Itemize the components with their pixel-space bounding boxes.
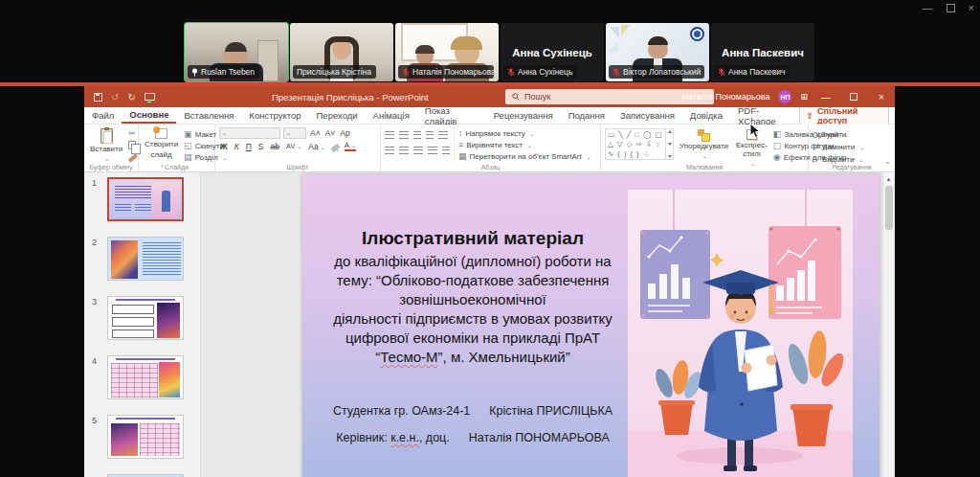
- copy-icon[interactable]: [128, 141, 136, 149]
- text-direction-icon: ↕: [458, 129, 463, 138]
- account-name[interactable]: Наталія Пономарьова: [681, 92, 769, 102]
- replace-button[interactable]: ⇄Замінити: [813, 142, 864, 152]
- numbering-icon[interactable]: [399, 131, 409, 139]
- thumbnail-row: 3: [84, 296, 200, 340]
- shape-effects-icon: ◉: [773, 153, 781, 162]
- scrollbar-up-icon[interactable]: ▲: [883, 172, 894, 185]
- tab-recording[interactable]: Записування: [612, 107, 682, 124]
- arrange-button[interactable]: Упорядкувати: [678, 127, 730, 160]
- scroll-down-icon[interactable]: [668, 143, 672, 146]
- ppt-restore-button[interactable]: [844, 92, 863, 102]
- zoom-maximize-button[interactable]: [947, 4, 955, 12]
- tab-slideshow[interactable]: Показ слайдів: [417, 107, 486, 124]
- new-slide-button[interactable]: Створити слайд: [143, 127, 180, 169]
- font-size-select[interactable]: [283, 127, 306, 139]
- ppt-minimize-button[interactable]: —: [816, 92, 835, 102]
- tab-animations[interactable]: Анімація: [366, 107, 417, 124]
- smartart-button[interactable]: ▦Перетворити на об'єкт SmartArt: [458, 151, 591, 162]
- slide-body-line: діяльності підприємств в умовах розвитку: [312, 309, 634, 329]
- participant-label: Ruslan Tseben: [188, 65, 259, 79]
- shrink-font-button[interactable]: А˅: [324, 128, 337, 138]
- share-button[interactable]: ⇧ Спільний доступ: [799, 104, 889, 127]
- ppt-close-button[interactable]: ×: [872, 92, 891, 102]
- align-text-button[interactable]: ≡Вирівняти текст: [458, 140, 591, 150]
- underline-button[interactable]: П: [245, 142, 253, 151]
- participant-tile-paskevych[interactable]: Анна Паскевич Анна Паскевич: [711, 23, 814, 81]
- font-group: А˄ А˅ Ар Ж К П S ab АV Aa А Шрифт: [215, 125, 381, 171]
- tab-file[interactable]: Файл: [84, 107, 122, 124]
- slide-text-block[interactable]: Ілюстративний матеріал до кваліфікаційно…: [312, 228, 634, 367]
- tab-design[interactable]: Конструктор: [241, 107, 308, 124]
- participant-tile-prislicka[interactable]: Присліцька Крістіна: [290, 23, 393, 81]
- customize-qat-icon[interactable]: [164, 92, 170, 102]
- tab-insert[interactable]: Вставлення: [176, 107, 241, 124]
- bold-button[interactable]: Ж: [219, 142, 229, 151]
- slide-thumbnail-3[interactable]: [107, 296, 184, 340]
- grow-font-button[interactable]: А˄: [309, 128, 322, 138]
- participant-label: Наталія Пономарьова: [398, 65, 494, 79]
- justify-icon[interactable]: [428, 147, 437, 154]
- ribbon-display-options-icon[interactable]: ⊞: [800, 92, 808, 102]
- align-left-icon[interactable]: [385, 147, 394, 154]
- reset-icon: ◱: [184, 142, 192, 150]
- undo-icon[interactable]: ↺: [111, 92, 119, 102]
- cut-icon[interactable]: ✂: [128, 129, 138, 138]
- scrollbar-thumb[interactable]: [885, 186, 893, 230]
- slide-editor[interactable]: Ілюстративний матеріал до кваліфікаційно…: [302, 174, 880, 477]
- slide-thumbnail-4[interactable]: [107, 355, 184, 399]
- participant-tile-sukhinets[interactable]: Анна Сухінець Анна Сухінець: [501, 23, 604, 81]
- font-name-select[interactable]: [219, 127, 280, 139]
- participant-tile-ponomarova[interactable]: Наталія Пономарьова: [395, 23, 499, 81]
- shapes-gallery-scrollbar[interactable]: [666, 128, 674, 160]
- slide-thumbnail-1[interactable]: [107, 177, 184, 221]
- decrease-indent-icon[interactable]: [413, 131, 421, 139]
- increase-indent-icon[interactable]: [426, 131, 434, 139]
- more-shapes-icon[interactable]: [668, 155, 672, 158]
- start-slideshow-icon[interactable]: [145, 93, 155, 101]
- participant-tile-lopatovskyi[interactable]: Віктор Лопатовський: [606, 23, 709, 81]
- ribbon: Вставити ✂ Буфер обміну Створити слайд ▣…: [84, 125, 895, 172]
- clear-formatting-button[interactable]: Ар: [339, 128, 350, 138]
- slide-thumbnail-5[interactable]: [107, 415, 184, 459]
- shapes-gallery[interactable]: ▭ ╲ ╱ □ ◯ ▢ △ ▽ ◇ ⇨ ⇩ ○ ∿ ( ) { } ☆: [605, 128, 666, 160]
- zoom-minimize-button[interactable]: —: [923, 2, 933, 13]
- text-shadow-button[interactable]: S: [257, 142, 265, 151]
- participant-tile-ruslan[interactable]: Ruslan Tseben: [185, 23, 288, 81]
- align-center-icon[interactable]: [399, 147, 409, 154]
- avatar[interactable]: НП: [778, 90, 791, 103]
- zoom-close-button[interactable]: ×: [969, 2, 974, 13]
- tab-view[interactable]: Подання: [561, 107, 612, 124]
- tab-review[interactable]: Рецензування: [486, 107, 561, 124]
- italic-button[interactable]: К: [234, 142, 240, 151]
- save-icon[interactable]: [94, 93, 102, 102]
- tab-home[interactable]: Основне: [122, 107, 176, 124]
- vertical-scrollbar[interactable]: ▲: [882, 172, 894, 477]
- tab-transitions[interactable]: Переходи: [309, 107, 366, 124]
- text-direction-button[interactable]: ↕Напрямок тексту: [458, 128, 591, 139]
- tab-pdf-xchange[interactable]: PDF-XChange: [730, 107, 798, 124]
- student-name: Крістіна ПРИСЛІЦЬКА: [489, 404, 612, 418]
- columns-icon[interactable]: [442, 147, 450, 154]
- slide-canvas[interactable]: Ілюстративний матеріал до кваліфікаційно…: [201, 172, 895, 477]
- format-painter-icon[interactable]: [128, 153, 138, 162]
- font-color-icon[interactable]: А: [345, 142, 356, 151]
- character-spacing-button[interactable]: АV: [285, 143, 302, 149]
- tab-help[interactable]: Довідка: [682, 107, 730, 124]
- titlebar-right: Наталія Пономарьова НП ⊞ — ×: [681, 86, 895, 107]
- align-right-icon[interactable]: [413, 147, 423, 154]
- strikethrough-button[interactable]: ab: [269, 142, 279, 151]
- slide-number: 1: [92, 178, 97, 188]
- find-button[interactable]: Знайти: [813, 129, 864, 140]
- student-label: Студентка гр. ОАмз-24-1: [333, 404, 470, 418]
- find-icon: [813, 132, 818, 138]
- paste-button[interactable]: Вставити: [88, 127, 124, 163]
- redo-icon[interactable]: ↻: [127, 92, 135, 102]
- slide-credits[interactable]: Студентка гр. ОАмз-24-1 Крістіна ПРИСЛІЦ…: [312, 404, 634, 458]
- highlight-color-icon[interactable]: [330, 144, 340, 153]
- change-case-button[interactable]: Aa: [307, 142, 325, 151]
- slide-thumbnail-2[interactable]: [107, 237, 184, 281]
- scroll-up-icon[interactable]: [668, 130, 672, 133]
- bullets-icon[interactable]: [385, 131, 394, 139]
- collapse-ribbon-icon[interactable]: ⌃: [884, 161, 891, 170]
- line-spacing-icon[interactable]: [438, 131, 448, 139]
